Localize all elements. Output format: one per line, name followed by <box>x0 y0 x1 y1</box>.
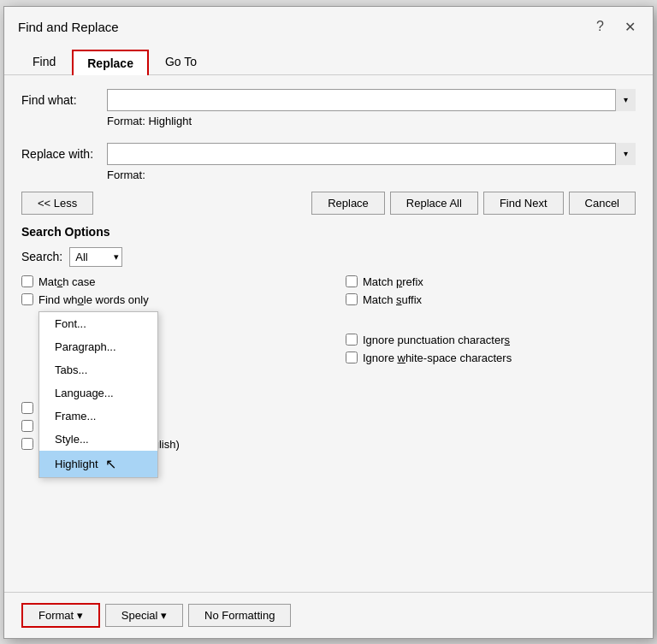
find-what-input-wrap: ▾ <box>107 89 636 111</box>
title-bar-actions: ? ✕ <box>593 17 639 37</box>
replace-with-input[interactable] <box>107 143 636 165</box>
find-whole-words-checkbox[interactable] <box>21 293 33 305</box>
format-button-label: Format ▾ <box>38 609 83 622</box>
replace-with-input-wrap: ▾ <box>107 143 636 165</box>
less-button[interactable]: << Less <box>21 192 93 215</box>
find-what-label: Find what: <box>21 93 107 107</box>
find-what-dropdown-btn[interactable]: ▾ <box>615 89 636 111</box>
find-format-note: Format: Highlight <box>107 115 636 127</box>
no-formatting-label: No Formatting <box>204 609 275 622</box>
menu-item-font[interactable]: Font... <box>39 312 157 335</box>
replace-with-dropdown-btn[interactable]: ▾ <box>615 143 636 165</box>
match-case-row: Match case <box>21 275 328 288</box>
ignore-ws-row: Ignore white-space characters <box>346 352 636 364</box>
replace-format-label: Format: <box>107 168 145 181</box>
special-button-label: Special ▾ <box>121 609 167 622</box>
dialog-content: Find what: ▾ Format: Highlight Replace w… <box>4 75 653 592</box>
options-left: Match case Find whole words only Font...… <box>21 275 328 451</box>
search-options-title: Search Options <box>21 225 636 239</box>
search-label: Search: <box>21 250 62 263</box>
options-grid: Match case Find whole words only Font...… <box>21 275 636 451</box>
menu-item-paragraph[interactable]: Paragraph... <box>39 335 157 358</box>
cursor-icon: ↖ <box>105 456 116 472</box>
search-select[interactable]: All Up Down <box>69 247 122 267</box>
no-formatting-button[interactable]: No Formatting <box>188 604 291 627</box>
menu-item-tabs[interactable]: Tabs... <box>39 358 157 381</box>
help-button[interactable]: ? <box>593 17 607 36</box>
find-next-button[interactable]: Find Next <box>483 192 564 215</box>
ignore-ws-checkbox[interactable] <box>346 352 358 363</box>
bottom-row: Format ▾ Special ▾ No Formatting <box>4 592 653 638</box>
format-dropdown-menu: Font... Paragraph... Tabs... Language...… <box>38 311 158 478</box>
find-all-forms-checkbox[interactable] <box>21 438 33 450</box>
match-case-checkbox[interactable] <box>21 275 33 287</box>
title-bar: Find and Replace ? ✕ <box>4 7 653 37</box>
tab-find[interactable]: Find <box>18 49 70 74</box>
find-replace-dialog: Find and Replace ? ✕ Find Replace Go To … <box>3 6 654 639</box>
replace-with-row: Replace with: ▾ <box>21 143 636 165</box>
match-suffix-label: Match suffix <box>363 293 422 306</box>
menu-item-style[interactable]: Style... <box>39 428 157 451</box>
find-whole-words-row: Find whole words only <box>21 293 328 306</box>
tab-replace[interactable]: Replace <box>72 50 149 75</box>
match-case-label: Match case <box>38 275 95 288</box>
replace-format-note: Format: <box>107 168 636 181</box>
replace-button[interactable]: Replace <box>311 192 385 215</box>
use-wildcards-checkbox[interactable] <box>21 402 33 414</box>
replace-all-button[interactable]: Replace All <box>390 192 478 215</box>
match-prefix-label: Match prefix <box>363 275 423 288</box>
tabs-bar: Find Replace Go To <box>4 40 653 75</box>
find-format-label: Format: <box>107 115 148 127</box>
tab-goto[interactable]: Go To <box>151 49 211 74</box>
match-suffix-row: Match suffix <box>346 293 636 306</box>
close-button[interactable]: ✕ <box>621 17 639 37</box>
search-select-wrap: All Up Down <box>69 247 122 267</box>
find-what-input[interactable] <box>107 89 636 111</box>
find-what-row: Find what: ▾ <box>21 89 636 111</box>
menu-item-language[interactable]: Language... <box>39 381 157 405</box>
format-btn-wrap: Format ▾ <box>21 603 100 628</box>
match-suffix-checkbox[interactable] <box>346 293 358 305</box>
find-format-value: Highlight <box>148 115 192 127</box>
match-prefix-checkbox[interactable] <box>346 275 358 287</box>
highlight-label: Highlight <box>55 458 98 470</box>
dialog-title: Find and Replace <box>18 20 119 34</box>
menu-item-highlight[interactable]: Highlight ↖ <box>39 451 157 477</box>
replace-with-label: Replace with: <box>21 147 107 161</box>
ignore-ws-label: Ignore white-space characters <box>363 352 512 364</box>
action-buttons-row: << Less Replace Replace All Find Next Ca… <box>21 192 636 215</box>
cancel-button[interactable]: Cancel <box>569 192 636 215</box>
options-right: Match prefix Match suffix Ignore punctua… <box>328 275 636 451</box>
ignore-punct-checkbox[interactable] <box>346 334 358 346</box>
sounds-like-checkbox[interactable] <box>21 420 33 432</box>
ignore-punct-row: Ignore punctuation characters <box>346 334 636 346</box>
format-button[interactable]: Format ▾ <box>21 603 100 628</box>
menu-item-frame[interactable]: Frame... <box>39 405 157 428</box>
ignore-punct-label: Ignore punctuation characters <box>363 334 510 346</box>
special-button[interactable]: Special ▾ <box>105 604 183 627</box>
find-whole-words-label: Find whole words only <box>38 293 149 306</box>
match-prefix-row: Match prefix <box>346 275 636 288</box>
search-row: Search: All Up Down <box>21 247 636 267</box>
